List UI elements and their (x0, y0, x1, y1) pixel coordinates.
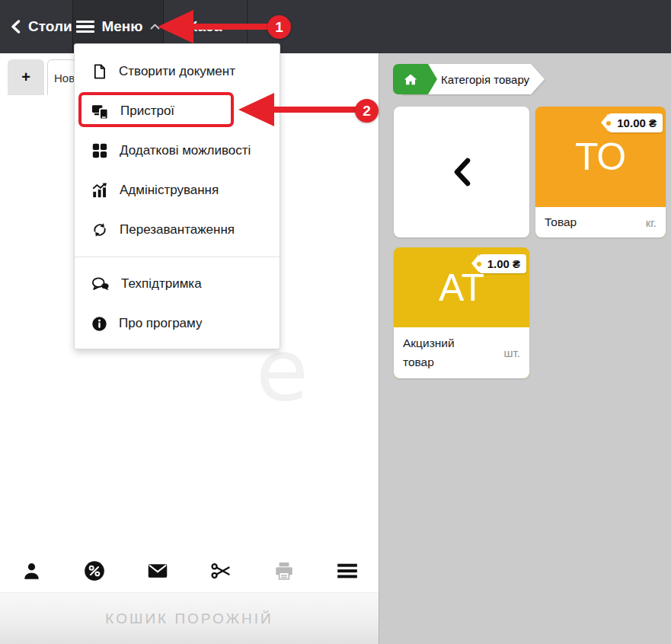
menu-item-label: Створити документ (119, 64, 235, 79)
chevron-left-icon (11, 20, 21, 33)
home-breadcrumb-tip[interactable] (428, 64, 437, 94)
product-label-strip: Товар кг. (535, 207, 666, 238)
hamburger-icon (76, 18, 94, 36)
print-button[interactable] (252, 548, 315, 594)
annotation-arrow-2-head (238, 93, 274, 126)
cart-empty-band: КОШИК ПОРОЖНІЙ (0, 592, 379, 644)
devices-icon (91, 103, 109, 120)
menu-item-label: Про програму (119, 316, 202, 331)
menu-button-label: Меню (101, 18, 142, 35)
chat-bubbles-icon (91, 276, 110, 292)
product-unit: кг. (646, 216, 657, 229)
more-button[interactable] (315, 548, 379, 594)
receipt-toolbar (0, 548, 379, 594)
envelope-icon (147, 560, 168, 582)
annotation-badge-1: 1 (267, 15, 291, 39)
menu-item-support[interactable]: Техпідтримка (75, 264, 280, 304)
menu-item-create-document[interactable]: Створити документ (75, 52, 280, 91)
grid-icon (91, 142, 108, 159)
menu-item-label: Додаткові можливості (120, 143, 251, 158)
annotation-arrow-1-shaft (190, 24, 270, 30)
menu-item-restart[interactable]: Перезавантаження (75, 210, 280, 250)
catalog-panel: Категорія товару 10.00 ₴ ТО Товар кг. 1.… (379, 53, 671, 644)
email-button[interactable] (126, 548, 190, 594)
cart-empty-label: КОШИК ПОРОЖНІЙ (105, 611, 273, 627)
chart-icon (91, 182, 108, 199)
person-icon (21, 561, 42, 582)
product-abbr: ТО (535, 107, 666, 207)
info-icon (91, 316, 107, 332)
discount-button[interactable] (63, 548, 126, 594)
menu-item-label: Перезавантаження (120, 222, 235, 238)
product-label-strip: Акцизний товар шт. (394, 327, 529, 378)
breadcrumb-label: Категорія товару (441, 64, 529, 94)
breadcrumb-arrow-tip (531, 64, 545, 94)
menu-item-about[interactable]: Про програму (75, 304, 280, 343)
refresh-icon (91, 222, 108, 238)
menu-item-label: Техпідтримка (121, 276, 202, 292)
category-back-button[interactable] (394, 107, 529, 238)
product-card-tovar[interactable]: 10.00 ₴ ТО Товар кг. (535, 107, 666, 238)
add-tab-label: + (21, 69, 30, 86)
menu-item-administration[interactable]: Адміністрування (75, 171, 280, 210)
product-unit: шт. (504, 346, 520, 359)
document-icon (91, 63, 107, 80)
annotation-arrow-1-head (158, 10, 193, 43)
add-receipt-tab-button[interactable]: + (8, 59, 44, 95)
menu-item-label: Пристрої (120, 104, 174, 119)
split-check-button[interactable] (189, 548, 252, 594)
percent-icon (84, 560, 105, 582)
product-abbr: АТ (394, 247, 529, 327)
chevron-left-icon (452, 157, 471, 187)
home-icon (403, 72, 418, 86)
back-to-tables-button[interactable]: Столи (11, 0, 72, 53)
product-name: Товар (545, 213, 577, 232)
annotation-badge-2: 2 (355, 99, 379, 123)
receipt-tab-label: Нов (54, 72, 75, 84)
printer-icon (273, 560, 295, 582)
home-breadcrumb-button[interactable] (393, 64, 428, 94)
menu-divider (75, 257, 280, 257)
product-card-akcyznyi[interactable]: 1.00 ₴ АТ Акцизний товар шт. (394, 247, 529, 378)
back-button-label: Столи (28, 18, 72, 35)
customer-button[interactable] (0, 548, 63, 594)
main-menu-dropdown: Створити документ Пристрої Додаткові мож… (74, 43, 280, 349)
hamburger-icon (337, 562, 358, 580)
scissors-icon (210, 560, 232, 582)
product-name: Акцизний товар (403, 334, 475, 372)
annotation-arrow-2-shaft (271, 107, 357, 113)
menu-item-label: Адміністрування (120, 183, 219, 198)
menu-item-additional-features[interactable]: Додаткові можливості (75, 131, 280, 171)
